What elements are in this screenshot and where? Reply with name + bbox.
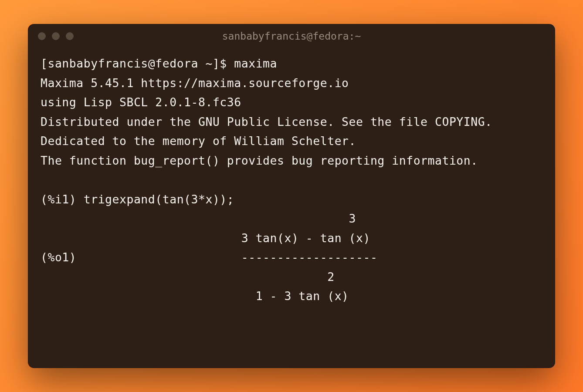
maxima-output-numerator: 3 tan(x) - tan (x) <box>41 231 370 245</box>
titlebar[interactable]: sanbabyfrancis@fedora:~ <box>28 24 555 48</box>
shell-prompt-line: [sanbabyfrancis@fedora ~]$ maxima <box>41 57 277 70</box>
maximize-icon[interactable] <box>66 32 74 40</box>
maxima-input: (%i1) trigexpand(tan(3*x)); <box>41 193 234 206</box>
banner-line: The function bug_report() provides bug r… <box>41 154 478 167</box>
window-title: sanbabyfrancis@fedora:~ <box>222 30 361 42</box>
banner-line: Maxima 5.45.1 https://maxima.sourceforge… <box>41 76 349 90</box>
maxima-output-fraction: (%o1) ------------------- <box>41 250 377 264</box>
terminal-body[interactable]: [sanbabyfrancis@fedora ~]$ maxima Maxima… <box>28 48 555 368</box>
banner-line: using Lisp SBCL 2.0.1-8.fc36 <box>41 95 241 109</box>
close-icon[interactable] <box>38 32 46 40</box>
banner-line: Distributed under the GNU Public License… <box>41 115 492 128</box>
maxima-output-denominator: 1 - 3 tan (x) <box>41 289 349 303</box>
banner-line: Dedicated to the memory of William Schel… <box>41 134 356 148</box>
maxima-output-exponent: 2 <box>41 270 335 284</box>
traffic-lights <box>38 32 74 40</box>
maxima-output-exponent: 3 <box>41 212 356 225</box>
terminal-window: sanbabyfrancis@fedora:~ [sanbabyfrancis@… <box>28 24 555 368</box>
minimize-icon[interactable] <box>52 32 60 40</box>
